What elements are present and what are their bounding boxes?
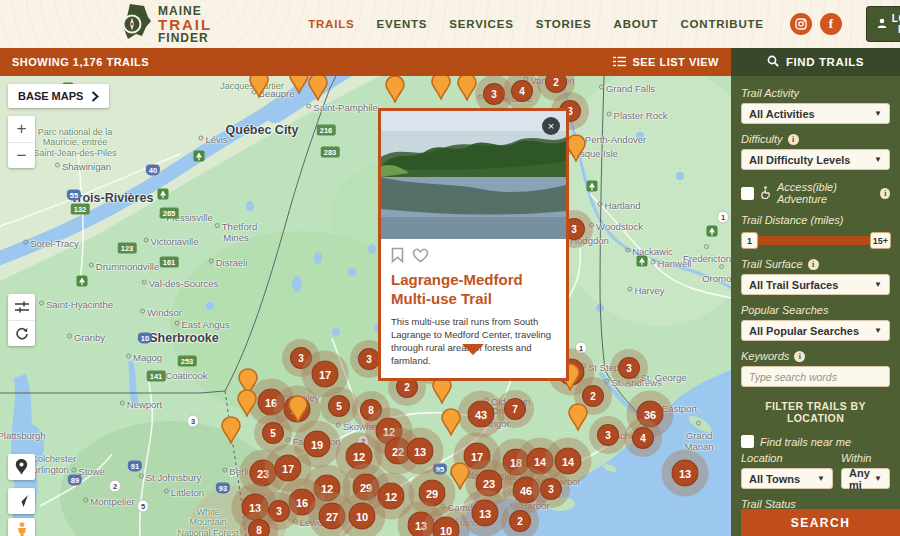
trail-pin[interactable] (249, 76, 270, 102)
nav-item-services[interactable]: SERVICES (449, 18, 513, 30)
search-button[interactable]: SEARCH (741, 509, 900, 536)
slider-handle-max[interactable]: 15+ (870, 232, 891, 249)
trail-cluster-marker[interactable]: 3 (358, 348, 380, 370)
trail-cluster-marker[interactable]: 3 (483, 83, 505, 105)
trail-pin[interactable] (568, 403, 589, 435)
trail-cluster-marker[interactable]: 18 (503, 449, 530, 476)
trail-cluster-marker[interactable]: 3 (290, 347, 312, 369)
trail-cluster-marker[interactable]: 27 (319, 503, 346, 530)
close-icon[interactable]: × (542, 117, 560, 135)
trail-cluster-marker[interactable]: 12 (378, 483, 405, 510)
my-location-button[interactable] (8, 454, 35, 480)
trail-cluster-marker[interactable]: 23 (476, 470, 503, 497)
favorite-heart-icon[interactable] (412, 248, 429, 267)
base-maps-button[interactable]: BASE MAPS (8, 84, 109, 108)
accessible-adventure-checkbox[interactable] (741, 187, 754, 200)
within-select[interactable]: Any mi▼ (841, 468, 890, 489)
see-list-view-button[interactable]: SEE LIST VIEW (613, 56, 719, 69)
info-icon[interactable]: i (794, 351, 805, 362)
park-icon (587, 181, 598, 192)
nav-item-about[interactable]: ABOUT (614, 18, 659, 30)
trail-cluster-marker[interactable]: 17 (275, 455, 302, 482)
trail-cluster-marker[interactable]: 3 (597, 424, 619, 446)
trail-cluster-marker[interactable]: 46 (513, 477, 540, 504)
zoom-out-button[interactable]: − (8, 142, 35, 168)
difficulty-select[interactable]: All Difficulty Levels▼ (741, 149, 890, 170)
accessible-adventure-label: Access(ible) Adventure (777, 181, 874, 205)
trail-cluster-marker[interactable]: 23 (250, 460, 277, 487)
trail-cluster-marker[interactable]: 36 (637, 401, 664, 428)
trail-cluster-marker[interactable]: 3 (268, 500, 290, 522)
trail-pin[interactable] (441, 408, 462, 440)
street-view-pegman[interactable] (8, 518, 35, 536)
trail-cluster-marker[interactable]: 5 (328, 395, 350, 417)
trail-cluster-marker[interactable]: 8 (248, 519, 270, 536)
trail-cluster-marker[interactable]: 10 (433, 517, 460, 536)
trail-cluster-marker[interactable]: 3 (618, 357, 640, 379)
log-in-button[interactable]: LOG IN (866, 6, 900, 42)
nav-item-events[interactable]: EVENTS (377, 18, 428, 30)
nav-item-stories[interactable]: STORIES (536, 18, 592, 30)
trail-cluster-marker[interactable]: 16 (258, 389, 285, 416)
maine-trail-finder-logo[interactable]: MAINE TRAIL FINDER (118, 3, 212, 45)
chevron-down-icon: ▼ (874, 326, 882, 335)
trail-cluster-marker[interactable]: 16 (289, 489, 316, 516)
trail-cluster-marker[interactable]: 5 (262, 422, 284, 444)
find-trails-near-me-checkbox[interactable] (741, 435, 754, 448)
instagram-icon[interactable] (790, 13, 812, 35)
trail-pin[interactable] (432, 376, 453, 408)
trail-pin[interactable] (385, 76, 406, 107)
trail-cluster-marker[interactable]: 12 (314, 475, 341, 502)
trail-cluster-marker[interactable]: 4 (511, 80, 533, 102)
refresh-icon[interactable] (8, 320, 35, 346)
slider-handle-min[interactable]: 1 (741, 232, 758, 249)
info-icon[interactable]: i (880, 188, 890, 199)
trail-cluster-marker[interactable]: 29 (419, 480, 446, 507)
keywords-input[interactable] (741, 366, 890, 387)
trail-cluster-marker[interactable]: 19 (304, 431, 331, 458)
trail-cluster-marker[interactable]: 12 (346, 443, 373, 470)
filter-tune-icon[interactable] (8, 294, 35, 320)
trail-cluster-marker[interactable]: 4 (632, 427, 654, 449)
trail-pin[interactable] (288, 395, 309, 427)
trail-pin[interactable] (431, 76, 452, 104)
popup-trail-title[interactable]: Lagrange-Medford Multi-use Trail (391, 271, 556, 309)
nav-item-contribute[interactable]: CONTRIBUTE (680, 18, 763, 30)
chevron-down-icon: ▼ (874, 155, 882, 164)
nav-item-trails[interactable]: TRAILS (308, 18, 354, 30)
trail-cluster-marker[interactable]: 14 (527, 448, 554, 475)
popular-searches-select[interactable]: All Popular Searches▼ (741, 320, 890, 341)
zoom-in-button[interactable]: + (8, 116, 35, 142)
site-header: MAINE TRAIL FINDER TRAILSEVENTSSERVICESS… (0, 0, 900, 48)
trail-cluster-marker[interactable]: 13 (407, 438, 434, 465)
trail-cluster-marker[interactable]: 8 (360, 399, 382, 421)
trail-pin[interactable] (450, 462, 471, 494)
facebook-icon[interactable]: f (820, 13, 842, 35)
trail-popup: × Lagrange-Medford Multi-use Trail This … (378, 108, 569, 381)
trail-cluster-marker[interactable]: 3 (540, 478, 562, 500)
trail-cluster-marker[interactable]: 7 (504, 398, 526, 420)
bookmark-icon[interactable] (391, 247, 404, 267)
trail-cluster-marker[interactable]: 2 (509, 510, 531, 532)
trail-pin[interactable] (457, 76, 478, 105)
trail-pin[interactable] (308, 76, 329, 105)
info-icon[interactable]: i (788, 134, 799, 145)
trail-cluster-marker[interactable]: 43 (468, 401, 495, 428)
trail-cluster-marker[interactable]: 13 (472, 500, 499, 527)
info-icon[interactable]: i (808, 259, 819, 270)
trail-surface-select[interactable]: All Trail Surfaces▼ (741, 274, 890, 295)
trail-cluster-marker[interactable]: 14 (555, 448, 582, 475)
trail-cluster-marker[interactable]: 13 (672, 460, 699, 487)
trail-activity-select[interactable]: All Activities▼ (741, 103, 890, 124)
trail-cluster-marker[interactable]: 29 (353, 474, 380, 501)
location-select[interactable]: All Towns▼ (741, 468, 833, 489)
map-canvas[interactable]: Jacques-CartierBeaupréSaint-PamphileQuéb… (0, 76, 731, 536)
slider-track[interactable] (741, 236, 890, 245)
trail-cluster-marker[interactable]: 13 (242, 494, 269, 521)
trail-cluster-marker[interactable]: 17 (312, 361, 339, 388)
trail-pin[interactable] (289, 76, 310, 98)
trail-cluster-marker[interactable]: 10 (349, 503, 376, 530)
compass-navigate-button[interactable] (8, 488, 35, 514)
trail-pin[interactable] (221, 416, 242, 448)
trail-cluster-marker[interactable]: 13 (408, 512, 435, 536)
